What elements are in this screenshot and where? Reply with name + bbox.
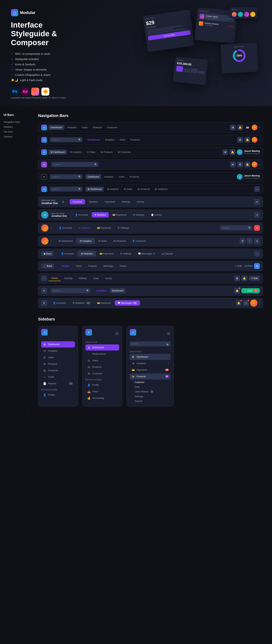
email-icon-btn-4[interactable]: ✉ [230, 162, 236, 168]
search-input-9[interactable] [220, 226, 252, 230]
tab-accounts-9[interactable]: 👤 Accounts [56, 225, 75, 230]
tab-settings-7[interactable]: Settings [119, 199, 133, 204]
nav-link-sales-3[interactable]: ⊟ Sales [85, 150, 98, 154]
sb-item-customer-1[interactable]: ⊞ Customer [41, 368, 75, 374]
notification-icon-btn-2[interactable]: 🔔 [244, 137, 250, 143]
sb-item-products-2[interactable]: 🛍 Products [86, 364, 119, 370]
tab-statistics-9[interactable]: ◔ Statistics [76, 225, 94, 230]
notification-icon-btn-13[interactable]: 🔔 [242, 276, 247, 281]
filter-btn-12[interactable]: ⊟ Filter [244, 264, 252, 267]
sb-item-dashboard-3[interactable]: ⊞ Dashboard [130, 354, 171, 360]
sb-item-accounting-2[interactable]: 💰 Accounting [86, 395, 119, 401]
sb-menu-2[interactable] [115, 332, 119, 336]
tab-settings-11[interactable]: ⚙ Settings [117, 251, 134, 256]
tab-tasks-12[interactable]: Tasks [73, 263, 85, 268]
tab-statistics-7[interactable]: Statistics [86, 199, 101, 204]
sb-item-sales-1[interactable]: ⊟ Sales [41, 354, 75, 360]
settings-icon-btn-3[interactable]: ⚙ [222, 149, 228, 155]
tab-accounts-7[interactable]: Accounts [70, 199, 85, 204]
sidebar-item-navigation-bars[interactable]: Navigation Bars [4, 120, 25, 124]
tab-sales-10[interactable]: ⊟ Sales [96, 238, 110, 244]
search-input-14[interactable] [50, 288, 90, 293]
settings-icon-btn-2[interactable]: ⚙ [237, 137, 243, 143]
nav-link-dashboard[interactable]: Dashboard [48, 125, 64, 130]
tab-meetings-12[interactable]: Meetings [100, 263, 116, 268]
sb-item-reports-1[interactable]: 📄 Reports 17 [41, 380, 75, 387]
nav-link-dashboard-5[interactable]: Dashboard [86, 174, 101, 179]
tab-uploads-11[interactable]: ☁ Uploads [158, 251, 176, 256]
sb-item-customer-2[interactable]: ⊞ Customer [86, 370, 119, 377]
sb-sub-published-3[interactable]: Published [130, 380, 171, 385]
sb-sub-reports-3[interactable]: Reports [130, 399, 171, 404]
sb-item-payments-3[interactable]: 💳 Payments 16 [130, 367, 171, 373]
edit-btn-12[interactable]: ✏ Edit [235, 264, 242, 267]
nav-link-products-6[interactable]: 🛍 Products [135, 186, 152, 192]
tab-statistics-8[interactable]: ◔ Statistics [92, 212, 109, 218]
sync-icon-btn-10[interactable]: ↺ [240, 238, 245, 244]
search-input-4[interactable] [51, 162, 98, 167]
tab-dashboard-10[interactable]: ⊞ Dashboard [56, 238, 76, 244]
tab-people-12[interactable]: People [58, 263, 72, 268]
sb-item-analytics-3[interactable]: ◔ Analytics ▾ [130, 360, 171, 366]
tab-weekly-13[interactable]: Weekly [76, 276, 90, 281]
sidebar-item-toolbars[interactable]: Toolbars [4, 134, 25, 139]
tab-payments-8[interactable]: 💳 Payments [110, 212, 129, 218]
nav-link-analytics-3[interactable]: ◔ Analytics [68, 150, 84, 154]
more-icon-btn-6[interactable]: ··· [254, 186, 260, 192]
export-icon-btn-8[interactable]: ↗ [254, 212, 260, 218]
sb-item-traffic-1[interactable]: ↑↓ Traffic [41, 374, 75, 380]
tab-activity-8[interactable]: 📋 Activity [148, 212, 165, 218]
notification-icon-btn-3[interactable]: 🔔 [230, 149, 235, 155]
back-button-12[interactable]: ← Back [41, 264, 54, 268]
tab-monthly-13[interactable]: Monthly [62, 276, 76, 281]
cart-btn-14[interactable]: 🛒 Cart 17 [241, 288, 260, 293]
hamburger-icon-btn-15[interactable]: ≡ [41, 300, 47, 306]
tab-statistics-15[interactable]: ◔ Statistics 12 [70, 300, 93, 306]
nav-link-analytics-2[interactable]: Analytics [103, 137, 116, 142]
nav-link-sales[interactable]: Sales [80, 125, 90, 130]
sb-item-analytics-1[interactable]: ◔ Analytics [41, 348, 75, 354]
tab-daily-13[interactable]: Daily [90, 276, 102, 281]
nav-link-analytics-6[interactable]: ◔ Analytics [105, 186, 121, 192]
menu-icon-btn-10[interactable]: ≡ [254, 238, 260, 244]
settings-icon-btn-13[interactable]: ⚙ [234, 276, 240, 281]
sb-item-inbox-2[interactable]: 📥 Inbox [86, 388, 119, 395]
tab-accounts-11[interactable]: 👤 Accounts [58, 251, 77, 256]
settings-icon-btn-4[interactable]: ⚙ [237, 162, 243, 168]
sb-item-dashboard-1[interactable]: ⊞ Dashboard [41, 341, 75, 348]
tab-payments-9[interactable]: 💳 Payments [94, 225, 114, 230]
tab-activity-7[interactable]: Activity [134, 199, 147, 204]
cart-icon-btn-15[interactable]: 🛒 [243, 300, 249, 306]
tab-payments-11[interactable]: 💳 Payments [97, 251, 116, 256]
nav-link-sales-2[interactable]: Sales [117, 137, 128, 142]
nav-link-sales-6[interactable]: ⊟ Sales [122, 186, 134, 192]
tab-accounts-15[interactable]: 👤 Accounts [50, 300, 69, 306]
tab-settings-9[interactable]: ⚙ Settings [114, 225, 132, 230]
nav-link-dashboard-3[interactable]: ⊞ Dashboard [48, 150, 67, 154]
share-icon-btn-10[interactable]: ↑ [247, 238, 252, 244]
nav-link-sales-5[interactable]: Sales [116, 174, 127, 179]
tab-statistics-11[interactable]: ◔ Statistics [78, 251, 96, 256]
nav-link-products-3[interactable]: 🛍 Products [98, 150, 115, 154]
nav-link-products-2[interactable]: Products [128, 137, 142, 142]
prev-arrow-btn-13[interactable]: ← [41, 276, 47, 281]
sb-sub-earnings-3[interactable]: Earnings [130, 394, 171, 399]
settings-icon-btn[interactable]: ⚙ [230, 124, 236, 130]
tab-messages-11[interactable]: 💬 Messages [135, 251, 158, 256]
nav-link-customer[interactable]: Customer [105, 125, 119, 130]
tab-hourly-13[interactable]: Hourly [102, 276, 115, 281]
nav-link-dashboard-14[interactable]: Dashboard [110, 288, 126, 293]
logout-icon-btn-9[interactable]: ↗ [254, 225, 260, 231]
tab-teams-12[interactable]: Teams [116, 263, 129, 268]
search-input-5[interactable] [50, 174, 82, 179]
sb-item-dashboard-2[interactable]: ⊞ Dashboard [86, 344, 119, 350]
nav-link-customer-3[interactable]: ⊞ Customer [116, 150, 133, 154]
tab-payments-7[interactable]: Payments [102, 199, 118, 204]
menu-icon-btn-7[interactable]: ≡ [254, 199, 260, 205]
tab-settings-8[interactable]: ⚙ Settings [130, 212, 147, 218]
sidebar-item-sidebars[interactable]: Sidebars [4, 124, 25, 129]
save-icon-btn-12[interactable]: ⊟ [254, 263, 260, 269]
tab-accounts-8[interactable]: 👤 Accounts [72, 212, 91, 218]
nav-link-products-5[interactable]: Products [128, 174, 141, 179]
flag-icon-btn[interactable]: 🇺🇸 [244, 124, 250, 130]
